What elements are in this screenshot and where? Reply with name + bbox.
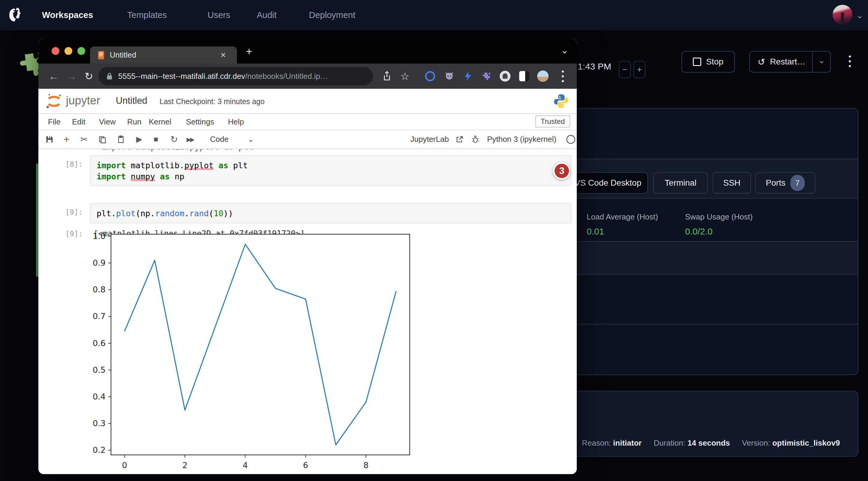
workspace-running-status-bar: [36, 163, 38, 277]
browser-menu-kebab[interactable]: [555, 64, 570, 89]
tab-close-icon[interactable]: ✕: [220, 51, 226, 59]
bookmark-star-button[interactable]: ☆: [397, 64, 413, 89]
restart-label: Restart…: [770, 57, 805, 67]
url-path: /notebooks/Untitled.ip…: [245, 72, 328, 81]
run-cell-button[interactable]: ▶: [136, 130, 142, 149]
svg-text:0.2: 0.2: [93, 445, 105, 455]
python-logo-icon: [553, 93, 569, 109]
browser-window: Untitled ✕ + ⌄ ← → ↻ 5555--main--test--m…: [38, 39, 577, 474]
zoom-out-button[interactable]: −: [619, 61, 631, 78]
jupyter-menu-bar: File Edit View Run Kernel Settings Help …: [38, 114, 577, 130]
new-tab-button[interactable]: +: [246, 45, 252, 58]
menu-run[interactable]: Run: [127, 114, 142, 130]
puzzle-extension-icon[interactable]: [479, 64, 494, 89]
menu-view[interactable]: View: [99, 114, 116, 130]
workspace-more-menu-button[interactable]: [849, 53, 851, 70]
github-extension-icon[interactable]: [441, 64, 457, 89]
stop-label: Stop: [706, 57, 723, 67]
svg-text:0.5: 0.5: [93, 365, 105, 375]
jupyter-toolbar: + ✂ ▶ ■ ↻ ▶▶ Code ⌄ JupyterLab: [38, 130, 577, 149]
stat-label: Load Average (Host): [587, 212, 658, 222]
nav-item-audit[interactable]: Audit: [257, 0, 277, 30]
forward-button[interactable]: →: [67, 64, 77, 89]
jupyter-brand-text: jupyter: [66, 94, 100, 107]
nav-item-templates[interactable]: Templates: [127, 0, 167, 30]
bolt-extension-icon[interactable]: [460, 64, 476, 89]
window-minimize-button[interactable]: [64, 47, 72, 55]
svg-text:0.4: 0.4: [93, 392, 105, 401]
line-chart: 024680.20.30.40.50.60.70.80.91.0: [91, 231, 433, 471]
user-menu-chevron-icon[interactable]: ⌄: [856, 11, 864, 20]
ghostery-extension-icon[interactable]: [497, 64, 513, 89]
nav-item-deployment[interactable]: Deployment: [309, 0, 355, 30]
scrolled-code-remnant: import matplotlib.pyplot as plt: [102, 149, 294, 153]
nav-item-label: Users: [208, 10, 230, 20]
splitview-extension-icon[interactable]: [517, 64, 532, 89]
notebook-file-icon: [97, 51, 105, 60]
menu-kernel[interactable]: Kernel: [149, 114, 171, 130]
add-cell-button[interactable]: +: [64, 130, 70, 149]
interrupt-kernel-button[interactable]: ■: [154, 130, 158, 149]
output9-prompt: [9]:: [65, 230, 83, 238]
reload-button[interactable]: ↻: [85, 64, 93, 89]
nav-item-users[interactable]: Users: [208, 0, 230, 30]
svg-text:0.8: 0.8: [93, 285, 105, 294]
ports-button[interactable]: Ports 7: [755, 172, 815, 194]
notification-count-badge[interactable]: 3: [553, 162, 570, 180]
restart-kernel-button[interactable]: ↻: [170, 130, 178, 149]
ssh-label: SSH: [723, 178, 741, 188]
ssh-button[interactable]: SSH: [713, 172, 751, 194]
code-line: import matplotlib.pyplot as plt: [97, 160, 565, 171]
url-host: 5555--main--test--matifali.atif.cdr.dev: [118, 72, 245, 81]
external-link-icon[interactable]: [456, 130, 463, 149]
menu-settings[interactable]: Settings: [186, 114, 214, 130]
back-button[interactable]: ←: [49, 64, 59, 89]
window-maximize-button[interactable]: [78, 47, 85, 55]
kernel-name-label[interactable]: Python 3 (ipykernel): [487, 130, 556, 149]
svg-text:0.6: 0.6: [93, 339, 105, 348]
cell8-code[interactable]: import matplotlib.pyplot as plt import n…: [90, 155, 571, 186]
restart-workspace-button[interactable]: ↺ Restart… ⌄: [749, 51, 831, 72]
tab-title: Untitled: [110, 51, 136, 60]
menu-file[interactable]: File: [48, 114, 61, 130]
cell-type-select[interactable]: Code: [210, 130, 228, 149]
window-close-button[interactable]: [52, 47, 59, 55]
onepassword-extension-icon[interactable]: [422, 64, 438, 89]
address-bar[interactable]: 5555--main--test--matifali.atif.cdr.dev/…: [98, 67, 373, 86]
open-jupyterlab-link[interactable]: JupyterLab: [410, 130, 449, 149]
menu-edit[interactable]: Edit: [72, 114, 86, 130]
avatar-tree-art: [841, 12, 844, 23]
stat-label: Swap Usage (Host): [685, 212, 752, 222]
stop-workspace-button[interactable]: Stop: [681, 51, 735, 72]
paste-cell-button[interactable]: [117, 130, 125, 149]
restart-options-chevron-icon[interactable]: ⌄: [818, 56, 826, 65]
notebook-title[interactable]: Untitled: [116, 95, 147, 106]
top-nav-bar: Workspaces Templates Users Audit Deploym…: [0, 0, 868, 30]
browser-tab[interactable]: Untitled ✕: [90, 46, 237, 64]
nav-item-workspaces[interactable]: Workspaces: [42, 0, 93, 30]
svg-text:8: 8: [364, 460, 369, 470]
chrome-profile-avatar[interactable]: [535, 64, 551, 89]
svg-text:1.0: 1.0: [93, 231, 105, 241]
code-line: import numpy as np: [97, 171, 565, 182]
terminal-button[interactable]: Terminal: [653, 172, 708, 194]
tab-search-chevron-icon[interactable]: ⌄: [561, 46, 568, 55]
cell-type-chevron-icon[interactable]: ⌄: [248, 130, 254, 149]
copy-cell-button[interactable]: [98, 130, 106, 149]
debugger-bug-icon[interactable]: [471, 130, 479, 149]
trusted-button[interactable]: Trusted: [535, 116, 570, 127]
user-avatar[interactable]: [833, 5, 852, 25]
cell9-code[interactable]: plt.plot(np.random.rand(10)): [90, 203, 571, 223]
cut-cell-button[interactable]: ✂: [81, 130, 88, 149]
zoom-in-button[interactable]: +: [633, 61, 646, 78]
vscode-desktop-label: VS Code Desktop: [575, 178, 642, 188]
minus-icon: −: [622, 65, 627, 74]
save-button[interactable]: [45, 130, 53, 149]
build-duration: Duration: 14 seconds: [654, 439, 730, 448]
cell9-prompt: [9]:: [65, 208, 83, 217]
menu-help[interactable]: Help: [228, 114, 244, 130]
svg-text:4: 4: [243, 460, 248, 470]
share-button[interactable]: [379, 64, 395, 89]
coder-logo-icon[interactable]: [5, 5, 25, 25]
restart-run-all-button[interactable]: ▶▶: [187, 130, 193, 149]
